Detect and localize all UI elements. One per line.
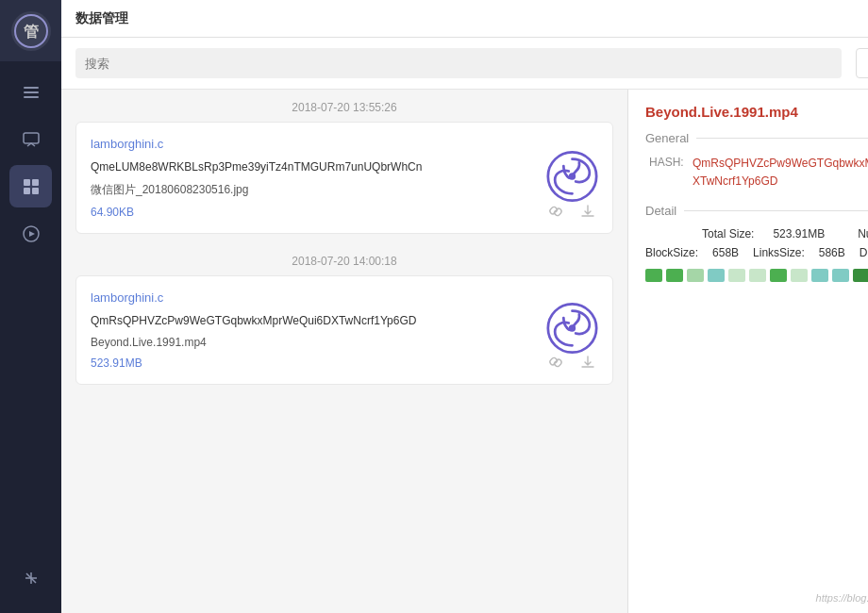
svg-rect-9 bbox=[32, 188, 39, 194]
title-bar: 数据管理 — □ × bbox=[61, 0, 868, 38]
search-input[interactable] bbox=[85, 57, 832, 71]
svg-rect-3 bbox=[24, 91, 39, 93]
watermark: https://blog.csdn.net/lanbery bbox=[816, 592, 868, 604]
svg-rect-6 bbox=[24, 179, 30, 186]
detail-filename: Beyond.Live.1991.mp4 bbox=[645, 104, 868, 120]
block-size-value: 658B bbox=[712, 246, 739, 259]
detail-stats-row1: Total Size: 523.91MB NumLinks: 13 bbox=[645, 227, 868, 240]
links-size-label: LinksSize: bbox=[753, 246, 805, 259]
detail-panel: Beyond.Live.1991.mp4 General HASH: QmRsQ… bbox=[627, 90, 868, 613]
message-icon-2 bbox=[546, 303, 598, 358]
message-filename-2: Beyond.Live.1991.mp4 bbox=[91, 336, 598, 349]
total-size-value: 523.91MB bbox=[773, 227, 825, 240]
search-input-wrap[interactable] bbox=[75, 48, 842, 78]
detail-stats-row2: BlockSize: 658B LinksSize: 586B DataSize… bbox=[645, 246, 868, 259]
message-hash-2: QmRsQPHVZcPw9WeGTGqbwkxMprWeQui6DXTwNcrf… bbox=[91, 312, 598, 330]
sidebar-item-list[interactable] bbox=[9, 71, 52, 113]
detail-general-section: General bbox=[645, 131, 868, 145]
window-title: 数据管理 bbox=[75, 10, 128, 27]
message-size-1: 64.90KB bbox=[91, 206, 598, 219]
sidebar-item-chat[interactable] bbox=[9, 118, 52, 160]
app-logo: 管 bbox=[0, 0, 61, 61]
total-size-label: Total Size: bbox=[702, 227, 754, 240]
svg-rect-7 bbox=[32, 179, 39, 186]
sidebar-item-settings[interactable] bbox=[9, 556, 52, 599]
svg-marker-11 bbox=[29, 231, 35, 237]
logo-icon: 管 bbox=[11, 11, 51, 51]
message-card-1: lamborghini.c QmeLUM8e8WRKBLsRp3Pme39yiT… bbox=[75, 122, 613, 234]
detail-hash-value: QmRsQPHVZcPw9WeGTGqbwkxMprWeQui6DXTwNcrf… bbox=[693, 155, 868, 191]
block-cell bbox=[853, 269, 868, 282]
message-actions-1 bbox=[545, 201, 598, 222]
search-button[interactable]: Search bbox=[856, 48, 868, 78]
block-cell bbox=[708, 269, 725, 282]
block-size-label: BlockSize: bbox=[645, 246, 698, 259]
message-card-2: lamborghini.c QmRsQPHVZcPw9WeGTGqbwkxMpr… bbox=[75, 275, 613, 385]
block-cell bbox=[770, 269, 787, 282]
toolbar: Search bbox=[61, 38, 868, 90]
svg-point-20 bbox=[569, 325, 576, 332]
message-icon-1 bbox=[546, 150, 598, 206]
num-links-label: NumLinks: bbox=[858, 227, 868, 240]
block-cell bbox=[645, 269, 662, 282]
sidebar: 管 bbox=[0, 0, 61, 613]
block-cell bbox=[811, 269, 828, 282]
svg-rect-8 bbox=[24, 188, 30, 194]
sidebar-bottom bbox=[9, 556, 52, 599]
message-filename-1: 微信图片_20180608230516.jpg bbox=[91, 182, 598, 198]
message-sender-2: lamborghini.c bbox=[91, 290, 598, 305]
download-icon-1[interactable] bbox=[577, 201, 598, 222]
links-size-value: 586B bbox=[819, 246, 845, 259]
date-separator-1: 2018-07-20 13:55:26 bbox=[61, 90, 627, 122]
sidebar-item-play[interactable] bbox=[9, 212, 52, 255]
link-icon-2[interactable] bbox=[545, 352, 566, 373]
block-cell bbox=[832, 269, 849, 282]
block-cell bbox=[687, 269, 704, 282]
sidebar-nav bbox=[0, 71, 61, 255]
sidebar-item-apps[interactable] bbox=[9, 165, 52, 207]
detail-detail-section: Detail bbox=[645, 204, 868, 218]
svg-rect-4 bbox=[24, 96, 39, 98]
download-icon-2[interactable] bbox=[577, 352, 598, 373]
message-list: 2018-07-20 13:55:26 lamborghini.c QmeLUM… bbox=[61, 90, 627, 613]
detail-hash-label: HASH: bbox=[649, 155, 685, 169]
message-sender-1: lamborghini.c bbox=[91, 137, 598, 151]
link-icon-1[interactable] bbox=[545, 201, 566, 222]
message-actions-2 bbox=[545, 352, 598, 373]
svg-rect-5 bbox=[24, 133, 39, 143]
content-area: 2018-07-20 13:55:26 lamborghini.c QmeLUM… bbox=[61, 90, 868, 613]
date-separator-2: 2018-07-20 14:00:18 bbox=[61, 243, 627, 275]
block-cell bbox=[791, 269, 808, 282]
svg-text:管: 管 bbox=[24, 24, 39, 40]
message-hash-1: QmeLUM8e8WRKBLsRp3Pme39yiTz4nTMGURm7unUQ… bbox=[91, 158, 598, 176]
block-cell bbox=[728, 269, 745, 282]
block-cell bbox=[666, 269, 683, 282]
blocks-grid bbox=[645, 269, 868, 282]
detail-hash-row: HASH: QmRsQPHVZcPw9WeGTGqbwkxMprWeQui6DX… bbox=[645, 155, 868, 191]
main-window: 数据管理 — □ × Search 2018-07-20 13:55:26 bbox=[61, 0, 868, 613]
data-size-label: DataSize: bbox=[860, 246, 868, 259]
svg-rect-2 bbox=[24, 87, 39, 89]
message-size-2: 523.91MB bbox=[91, 356, 598, 370]
block-cell bbox=[749, 269, 766, 282]
svg-point-18 bbox=[569, 173, 576, 179]
